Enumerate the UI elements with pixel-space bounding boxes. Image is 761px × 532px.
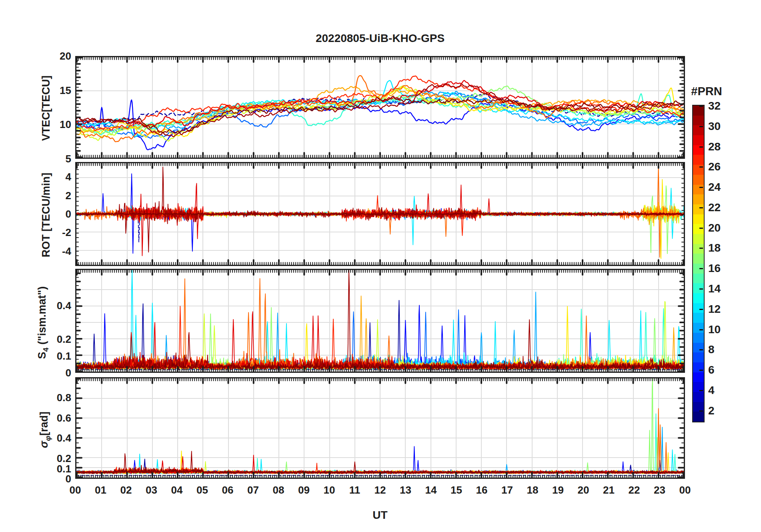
vtec-ytick-label: 10 bbox=[43, 118, 71, 131]
colorbar-tick-label: 4 bbox=[708, 384, 715, 397]
x-tick-label: 19 bbox=[544, 484, 572, 496]
x-tick-label: 08 bbox=[264, 484, 292, 496]
s4-ytick-label: 0.4 bbox=[43, 300, 71, 312]
vtec-plot-canvas bbox=[76, 57, 684, 158]
x-tick-label: 00 bbox=[671, 484, 699, 496]
x-tick-label: 15 bbox=[443, 484, 471, 496]
colorbar-tick-label: 22 bbox=[708, 201, 721, 214]
colorbar-tick-label: 24 bbox=[708, 181, 721, 194]
x-tick-label: 04 bbox=[163, 484, 191, 496]
sigma_phi-ytick-label: 0.4 bbox=[43, 432, 71, 444]
vtec-ytick-label: 20 bbox=[43, 50, 71, 62]
sigma_phi-ytick-label: 0.8 bbox=[43, 391, 71, 404]
vtec-ytick-label: 15 bbox=[43, 84, 71, 96]
x-tick-label: 14 bbox=[417, 484, 445, 496]
colorbar-tick-label: 6 bbox=[708, 364, 715, 376]
rot-ytick-label: -4 bbox=[43, 245, 71, 257]
colorbar-tick-label: 18 bbox=[708, 242, 721, 254]
colorbar-tick bbox=[699, 166, 703, 168]
x-tick-label: 05 bbox=[188, 484, 216, 496]
x-tick-label: 01 bbox=[87, 484, 115, 496]
x-tick-label: 00 bbox=[61, 484, 89, 496]
colorbar-title: #PRN bbox=[687, 85, 727, 98]
colorbar-tick-label: 30 bbox=[708, 120, 721, 133]
colorbar-tick bbox=[699, 288, 703, 290]
x-tick-label: 06 bbox=[214, 484, 242, 496]
x-tick-label: 11 bbox=[341, 484, 369, 496]
colorbar-tick bbox=[699, 390, 703, 391]
x-tick-label: 20 bbox=[569, 484, 597, 496]
colorbar-tick-label: 12 bbox=[708, 303, 721, 316]
x-tick-label: 16 bbox=[468, 484, 496, 496]
colorbar-tick-label: 2 bbox=[708, 404, 715, 417]
chart-title: 20220805-UiB-KHO-GPS bbox=[75, 32, 685, 45]
x-tick-label: 22 bbox=[620, 484, 648, 496]
x-axis-label: UT bbox=[75, 509, 685, 522]
x-tick-label: 18 bbox=[519, 484, 547, 496]
colorbar-tick bbox=[699, 349, 703, 350]
colorbar-tick bbox=[699, 207, 703, 208]
x-tick-label: 03 bbox=[138, 484, 166, 496]
colorbar-tick bbox=[699, 187, 703, 188]
rot-plot-canvas bbox=[76, 163, 684, 265]
colorbar-tick-label: 28 bbox=[708, 140, 721, 153]
panel-vtec bbox=[75, 56, 685, 159]
colorbar-tick bbox=[699, 146, 703, 148]
s4-plot-canvas bbox=[76, 270, 684, 372]
prn-colorbar bbox=[692, 105, 705, 422]
rot-ytick-label: 2 bbox=[43, 189, 71, 202]
x-tick-label: 21 bbox=[595, 484, 623, 496]
sigma_phi-ytick-label: 0.2 bbox=[43, 452, 71, 465]
colorbar-tick-label: 14 bbox=[708, 282, 721, 295]
colorbar-tick-label: 8 bbox=[708, 343, 715, 356]
vtec-ytick-label: 5 bbox=[43, 153, 71, 165]
rot-ytick-label: 0 bbox=[43, 208, 71, 220]
colorbar-tick bbox=[699, 268, 703, 269]
panel-rot bbox=[75, 162, 685, 266]
colorbar-tick bbox=[699, 410, 703, 412]
s4-ytick-label: 0.1 bbox=[43, 350, 71, 362]
colorbar-tick bbox=[699, 370, 703, 371]
colorbar-tick-label: 20 bbox=[708, 222, 721, 234]
colorbar-tick bbox=[699, 309, 703, 310]
s4-ytick-label: 0 bbox=[43, 367, 71, 379]
x-tick-label: 02 bbox=[112, 484, 140, 496]
figure-root: 20220805-UiB-KHO-GPS VTEC[TECU] ROT [TEC… bbox=[0, 0, 761, 532]
sigma-phi-plot-canvas bbox=[76, 378, 684, 478]
colorbar-tick-label: 32 bbox=[708, 100, 721, 112]
x-tick-label: 10 bbox=[315, 484, 343, 496]
x-tick-label: 12 bbox=[366, 484, 394, 496]
s4-ytick-label: 0.2 bbox=[43, 333, 71, 346]
colorbar-tick bbox=[699, 248, 703, 249]
colorbar-tick-label: 10 bbox=[708, 323, 721, 336]
colorbar-tick bbox=[699, 126, 703, 127]
colorbar-tick bbox=[699, 329, 703, 330]
x-tick-label: 13 bbox=[392, 484, 420, 496]
rot-ytick-label: -2 bbox=[43, 226, 71, 239]
rot-ytick-label: 4 bbox=[43, 171, 71, 183]
x-tick-label: 17 bbox=[493, 484, 521, 496]
colorbar-tick bbox=[699, 228, 703, 229]
colorbar-tick bbox=[699, 106, 703, 107]
panel-sigma bbox=[75, 377, 685, 479]
panel-s4 bbox=[75, 269, 685, 373]
x-tick-label: 07 bbox=[239, 484, 267, 496]
x-tick-label: 23 bbox=[646, 484, 674, 496]
colorbar-tick-label: 16 bbox=[708, 262, 721, 275]
colorbar-tick-label: 26 bbox=[708, 160, 721, 173]
x-tick-label: 09 bbox=[290, 484, 318, 496]
sigma_phi-ytick-label: 0.6 bbox=[43, 412, 71, 424]
